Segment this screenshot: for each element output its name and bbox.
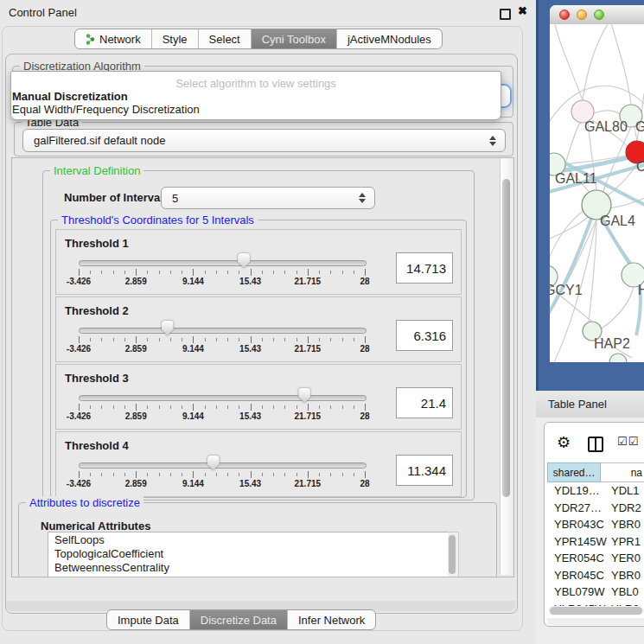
network-node-label: GCY1 [550, 283, 583, 297]
table-cell-shared-name: YBL079W [547, 585, 611, 598]
network-node[interactable] [609, 354, 627, 362]
table-header-row: shared… na [547, 462, 644, 482]
table-header-shared-name[interactable]: shared… [547, 462, 601, 482]
attribute-list-item[interactable]: BetweennessCentrality [48, 560, 449, 574]
network-node-label: H [638, 283, 644, 297]
float-window-icon[interactable] [500, 9, 511, 20]
control-panel: Control Panel ✖ Network Style [0, 0, 536, 644]
threshold-coordinates-group: Threshold's Coordinates for 5 Intervals … [50, 220, 467, 498]
network-icon [86, 34, 95, 45]
table-data-combobox-value: galFiltered.sif default node [23, 134, 486, 147]
threshold-slider-ticks [79, 471, 366, 479]
tab-label: Style [163, 33, 188, 46]
tab-label: Infer Network [298, 614, 365, 627]
close-traffic-light[interactable] [559, 10, 570, 20]
zoom-traffic-light[interactable] [594, 10, 604, 20]
screenshot-stage: Control Panel ✖ Network Style [0, 0, 644, 644]
threshold-row: Threshold 3 -3.4262.8599.14415.4321.7152… [55, 364, 462, 430]
table-row[interactable]: YBR045C YBR0 [547, 567, 644, 584]
threshold-row: Threshold 4 -3.4262.8599.14415.4321.7152… [55, 431, 462, 497]
threshold-value-field[interactable]: 14.713 [396, 252, 453, 284]
table-panel: ⚙ ☑☑ shared… na YDL19… YDL1 YDR27… YDR2 … [536, 418, 644, 644]
threshold-slider-thumb[interactable] [162, 321, 174, 335]
threshold-slider-track[interactable] [79, 395, 367, 401]
attributes-list-scrollbar[interactable] [448, 532, 459, 577]
close-icon[interactable]: ✖ [518, 4, 527, 17]
threshold-value-field[interactable]: 6.316 [396, 320, 453, 351]
table-data-combobox[interactable]: galFiltered.sif default node [22, 129, 506, 152]
tab-label: Cyni Toolbox [262, 33, 326, 46]
settings-scrollpane: Interval Definition Number of Intervals … [11, 157, 514, 577]
tab-discretize-data[interactable]: Discretize Data [189, 610, 287, 629]
gear-icon[interactable]: ⚙ [557, 433, 571, 452]
combo-arrows-icon [355, 193, 369, 203]
threshold-slider-ticks [79, 269, 366, 277]
table-cell-shared-name: YBR045C [547, 569, 611, 582]
threshold-slider-thumb[interactable] [207, 456, 220, 470]
numerical-attributes-list[interactable]: SelfLoopsTopologicalCoefficientBetweenne… [48, 532, 450, 577]
threshold-label: Threshold 2 [65, 304, 129, 317]
attribute-list-item[interactable]: TopologicalCoefficient [48, 546, 449, 560]
network-node-label: GAL80 [584, 119, 628, 134]
table-cell-name: YBL0 [611, 585, 644, 598]
table-cell-shared-name: YBR043C [547, 518, 611, 531]
table-panel-container: ⚙ ☑☑ shared… na YDL19… YDL1 YDR27… YDR2 … [544, 422, 644, 627]
algorithm-popup-placeholder: Select algorithm to view settings [11, 77, 501, 90]
threshold-slider-track[interactable] [79, 328, 367, 334]
threshold-slider-track[interactable] [79, 260, 367, 266]
table-cell-name: YDR2 [611, 501, 644, 514]
settings-scrollbar-thumb[interactable] [502, 179, 510, 497]
column-layout-icon[interactable] [588, 437, 603, 452]
threshold-slider-thumb[interactable] [298, 388, 310, 403]
minimize-traffic-light[interactable] [577, 10, 587, 20]
threshold-slider-track[interactable] [79, 462, 367, 469]
control-panel-titlebar: Control Panel ✖ [0, 0, 536, 24]
checked-checkbox-icons[interactable]: ☑☑ [617, 435, 639, 448]
table-rows: YDL19… YDL1 YDR27… YDR2 YBR043C YBR0 YPR… [547, 482, 644, 607]
tab-jactivemnodules[interactable]: jActiveMNodules [336, 29, 442, 48]
table-horizontal-scrollbar[interactable] [548, 606, 644, 615]
tab-infer-network[interactable]: Infer Network [287, 610, 375, 629]
tab-label: jActiveMNodules [348, 33, 431, 46]
table-cell-name: YBR0 [611, 569, 644, 582]
tab-style[interactable]: Style [151, 29, 198, 48]
table-row[interactable]: YBL079W YBL0 [547, 583, 644, 601]
number-of-intervals-combobox[interactable]: 5 [161, 187, 375, 209]
number-of-intervals-value: 5 [162, 192, 355, 205]
tab-label: Discretize Data [201, 614, 277, 627]
tab-select[interactable]: Select [198, 29, 251, 48]
network-node-label: GAL4 [600, 214, 635, 228]
threshold-slider-ticks [79, 336, 366, 344]
threshold-label: Threshold 3 [65, 372, 129, 385]
threshold-tick-labels: -3.4262.8599.14415.4321.71528 [79, 411, 366, 422]
table-hscrollbar-thumb[interactable] [550, 607, 642, 615]
threshold-value-field[interactable]: 11.344 [396, 455, 453, 486]
tab-impute-data[interactable]: Impute Data [107, 610, 189, 629]
table-row[interactable]: YDR27… YDR2 [547, 500, 644, 517]
attribute-list-item[interactable]: SelfLoops [48, 532, 449, 546]
table-row[interactable]: YDL19… YDL1 [547, 482, 644, 500]
algorithm-popup-item[interactable]: Manual Discretization [11, 90, 496, 103]
algorithm-popup-item[interactable]: Equal Width/Frequency Discretization [11, 103, 496, 116]
network-window: GAL80GACGAL11GAL4GCY1HHAP2 [550, 5, 644, 362]
network-node-label: GAL11 [555, 171, 597, 186]
settings-scrollbar[interactable] [500, 158, 513, 575]
interval-definition-group-title: Interval Definition [50, 164, 143, 177]
tab-network[interactable]: Network [75, 29, 151, 48]
network-canvas[interactable]: GAL80GACGAL11GAL4GCY1HHAP2 [550, 24, 644, 362]
table-header-name[interactable]: na [601, 462, 644, 482]
threshold-value-field[interactable]: 21.4 [396, 387, 453, 418]
threshold-tick-labels: -3.4262.8599.14415.4321.71528 [79, 344, 366, 354]
table-cell-name: YPR1 [611, 535, 644, 548]
table-cell-shared-name: YDR27… [547, 501, 611, 514]
bottom-tab-bar: Impute Data Discretize Data Infer Networ… [106, 609, 376, 630]
tab-cyni-toolbox[interactable]: Cyni Toolbox [251, 29, 336, 48]
threshold-label: Threshold 1 [65, 237, 129, 250]
threshold-tick-labels: -3.4262.8599.14415.4321.71528 [79, 479, 366, 489]
algorithm-popup-items: Manual DiscretizationEqual Width/Frequen… [11, 90, 501, 116]
table-cell-shared-name: YER054C [547, 552, 611, 564]
table-row[interactable]: YBR043C YBR0 [547, 516, 644, 533]
table-row[interactable]: YPR145W YPR1 [547, 533, 644, 551]
threshold-slider-thumb[interactable] [238, 253, 250, 268]
table-row[interactable]: YER054C YER0 [547, 550, 644, 567]
